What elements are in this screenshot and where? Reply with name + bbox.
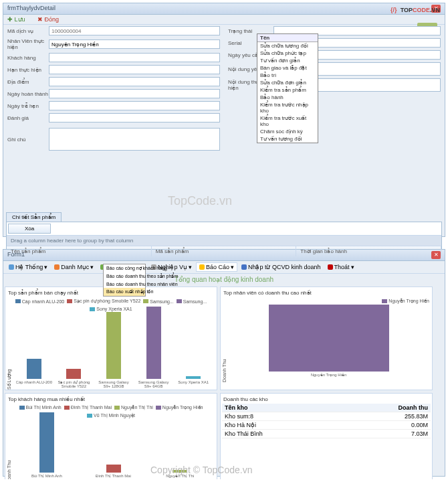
label-ngayhoanthanh: Ngày hoàn thành	[7, 91, 49, 97]
input-ngaytrehen[interactable]	[49, 101, 220, 110]
label-hanthuchien: Hạn thực hiện	[7, 67, 49, 73]
input-ghichu[interactable]	[49, 128, 220, 151]
dropdown-item[interactable]: Chăm sóc định kỳ	[257, 128, 318, 135]
input-khachhang[interactable]	[49, 53, 220, 62]
input-nhanvien[interactable]	[49, 39, 220, 49]
titlebar: frmThaylydvDetail ✕	[3, 3, 445, 15]
window-title: Form1	[7, 251, 25, 259]
input-ngayhoanthanh[interactable]	[49, 89, 220, 98]
dropdown-item[interactable]: Sửa chữa đơn giản	[257, 79, 318, 86]
dropdown-item[interactable]: Kiểm tra sản phẩm	[257, 86, 318, 94]
col-tensanpham[interactable]: Tên sản phẩm	[7, 246, 152, 256]
dropdown-item[interactable]: Bảo trì	[257, 72, 318, 79]
ribbon-baocao[interactable]: Báo Cáo ▾	[196, 262, 237, 272]
chart-title: Top khách hàng mua nhiều nhất	[7, 395, 215, 404]
dropdown-item[interactable]: Kiểm tra trước nhập kho	[257, 101, 318, 114]
dropdown-item[interactable]: Bàn giao và lắp đặt	[257, 64, 318, 72]
ribbon-nhaptu[interactable]: Nhập từ QCVD kinh doanh	[239, 263, 324, 271]
label-diadiem: Địa điểm	[7, 79, 49, 85]
dropdown-item[interactable]: Sửa chữa tương đối	[257, 42, 318, 50]
dashboard-panel: Form1 ✕ Hệ Thống ▾ Danh Mục ▾ Dịch Vụ KH…	[3, 249, 445, 477]
tab-chitiet-sanpham[interactable]: Chi tiết Sản phẩm	[6, 212, 62, 222]
table-row[interactable]: Kho Thái Bình7.03M	[222, 430, 431, 438]
save-button[interactable]: ✚ Lưu	[7, 16, 31, 23]
ribbon-thoat[interactable]: Thoát ▾	[325, 263, 357, 271]
menu-item[interactable]: Báo cáo doanh thu theo nhân viên	[104, 280, 145, 288]
label-ngaytrehen: Ngày trễ hẹn	[7, 103, 49, 109]
close-button[interactable]: ✖ Đóng	[37, 16, 64, 23]
baocao-menu[interactable]: Báo cáo công nợ khách hàng Báo cáo doanh…	[103, 264, 146, 297]
ribbon-danhmuc[interactable]: Danh Mục ▾	[51, 263, 96, 271]
table-row[interactable]: Kho Hà Nội0.00M	[222, 421, 431, 430]
y-axis-label: Doanh Thu	[222, 305, 227, 382]
toolbar: ✚ Lưu ✖ Đóng	[3, 15, 445, 25]
close-icon[interactable]: ✕	[431, 251, 441, 259]
input-danhgia[interactable]	[49, 113, 220, 122]
chart-top-sanpham: Top sản phẩm bán chạy nhất Cáp nhanh ALU…	[5, 286, 217, 390]
dropdown-header: Tên	[257, 34, 318, 42]
grid-header: Tên sản phẩm Mã sản phẩm Thời gian bảo h…	[7, 246, 441, 257]
chart-top-nhanvien: Top nhân viên có doanh thu cao nhất Nguy…	[220, 286, 433, 390]
delete-button[interactable]: Xóa	[8, 224, 51, 234]
brand-logo: {/} TOPCODE.VN	[390, 1, 440, 15]
table-header: Tên khoDoanh thu	[222, 404, 431, 412]
chart-title: Top nhân viên có doanh thu cao nhất	[222, 289, 431, 297]
trangthai-dropdown[interactable]: Tên Sửa chữa tương đối Sửa chữa phức tạp…	[257, 33, 318, 143]
y-axis-label: Doanh Thu	[7, 420, 11, 479]
ribbon-hethong[interactable]: Hệ Thống ▾	[6, 263, 50, 271]
menu-item[interactable]: Báo cáo xuất nhập tồn	[104, 288, 145, 296]
ribbon: Hệ Thống ▾ Danh Mục ▾ Dịch Vụ KH ▾ Nghiệ…	[3, 261, 445, 274]
dropdown-item[interactable]: Sửa chữa phức tạp	[257, 50, 318, 57]
groupby-bar[interactable]: Drag a column header here to group by th…	[7, 235, 441, 246]
dropdown-item[interactable]: Kiểm tra trước xuất kho	[257, 114, 318, 128]
chart-title: Doanh thu các kho	[222, 395, 431, 404]
table-row[interactable]: Kho sum:8255.83M	[222, 412, 431, 421]
y-axis-label: Số Lượng	[7, 313, 12, 390]
overview-title: Tổng quan hoạt động kinh doanh	[3, 274, 445, 285]
input-hanthuchien[interactable]	[49, 65, 220, 74]
label-khachhang: Khách hàng	[7, 55, 49, 61]
menu-item[interactable]: Báo cáo doanh thu theo sản phẩm	[104, 272, 145, 280]
copyright: Copyright © TopCode.vn	[150, 465, 252, 475]
dropdown-item[interactable]: Tư vấn tương đối	[257, 135, 318, 143]
label-ghichu: Ghi chú	[7, 137, 49, 143]
dropdown-item[interactable]: Bảo hành	[257, 94, 318, 101]
menu-item[interactable]: Báo cáo công nợ khách hàng	[104, 264, 145, 272]
label-danhgia: Đánh giá	[7, 115, 49, 121]
label-madichvu: Mã dịch vụ	[7, 28, 49, 34]
window-title: frmThaylydvDetail	[7, 5, 55, 13]
dropdown-item[interactable]: Tư vấn đơn giản	[257, 57, 318, 64]
input-diadiem[interactable]	[49, 77, 220, 86]
watermark: TopCode.vn	[168, 194, 232, 208]
legend: Cáp nhanh ALU-200 Sạc pin dự phòng Smobi…	[7, 297, 215, 313]
input-madichvu[interactable]	[49, 26, 220, 35]
col-masanpham[interactable]: Mã sản phẩm	[152, 246, 297, 256]
label-nhanvien: Nhân Viên thực hiện	[7, 38, 49, 50]
col-thoigian[interactable]: Thời gian bảo hành	[296, 246, 441, 256]
